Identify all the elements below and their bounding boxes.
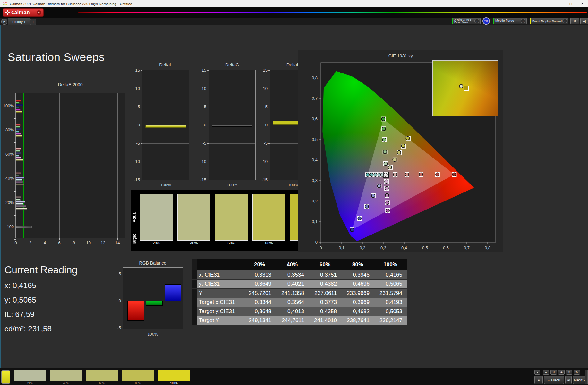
source-selector[interactable]: Mobile Forge ▼: [493, 18, 527, 24]
pattern-color-button[interactable]: [1, 370, 10, 384]
delta-y-tick-label: 15: [258, 68, 268, 73]
delta-y-tick: [207, 162, 209, 162]
meter-dropdown-icon[interactable]: ▼: [474, 19, 479, 23]
cie-measured-point-yellow: [401, 144, 405, 148]
gridline: [59, 93, 60, 238]
gridline: [103, 93, 103, 238]
pattern-thumb-40%[interactable]: [50, 370, 82, 381]
deltae-y-tick: [14, 239, 16, 240]
saturation-patch-label: 20%: [140, 241, 173, 245]
calman-menu-button[interactable]: calman ▼: [3, 8, 44, 17]
table-row-stub: [192, 270, 197, 279]
delta-bar: [145, 125, 186, 128]
calman-dropdown-icon[interactable]: ▼: [37, 10, 41, 15]
pattern-thumb-60%[interactable]: [86, 370, 118, 381]
calman-flower-icon: [5, 10, 10, 15]
history-expand-button[interactable]: ▶: [1, 19, 7, 25]
table-cell: 237,0611: [309, 290, 341, 296]
table-cell: 0,4682: [341, 308, 374, 315]
source-dropdown-icon[interactable]: ▼: [521, 19, 525, 23]
delta-y-tick: [207, 89, 209, 89]
current-reading-x: x: 0,4165: [4, 281, 36, 290]
table-cell: 245,7201: [243, 290, 276, 296]
settings-gear-button[interactable]: ☸: [570, 18, 579, 24]
cie-measured-point-magenta: [385, 187, 388, 190]
source-name: Mobile Forge: [494, 19, 521, 23]
pattern-thumb-20%[interactable]: [14, 370, 46, 381]
table-row-label: Target y:CIE31: [197, 308, 243, 315]
delete-icon[interactable]: ✕: [550, 370, 557, 375]
table-row-label: Y: [197, 290, 243, 296]
camera-icon[interactable]: ◉: [558, 370, 565, 375]
deltae-bar: [16, 181, 23, 183]
display-control-selector[interactable]: Direct Display Control ▼: [530, 18, 568, 24]
delta-y-tick: [141, 125, 142, 125]
cie-measured-point-red: [453, 173, 456, 176]
next-button[interactable]: Next »: [573, 376, 587, 384]
bottom-scrollbar[interactable]: [585, 370, 588, 384]
tab-history-1[interactable]: History 1: [8, 18, 30, 25]
deltac-chart: 151050-5-10-15100%: [209, 70, 256, 180]
meter-selector[interactable]: X-Rite i1Pro 3 Direct View ▼: [452, 18, 481, 24]
table-row-label: y: CIE31: [197, 281, 243, 287]
rgb-balance-bar-blue: [165, 284, 181, 301]
table-cell: 238,7641: [341, 317, 374, 324]
table-cell: 0,3751: [309, 272, 341, 278]
table-cell: 0,3773: [309, 299, 341, 305]
cie-y-tick-label: 0,1: [312, 219, 318, 224]
pattern-thumb-100%[interactable]: [158, 370, 190, 381]
cie-y-tick-label: 0,7: [312, 96, 318, 101]
deltae-bar: [16, 157, 21, 159]
delta-y-tick: [141, 143, 142, 144]
collapse-panel-button[interactable]: ◀: [580, 18, 588, 24]
exposure-badge[interactable]: 707: [482, 17, 490, 25]
deltal-chart: 151050-5-10-15100%: [142, 70, 189, 180]
cie-x-tick-label: 0,5: [422, 245, 428, 250]
stop-measure-button[interactable]: ■: [534, 376, 543, 384]
calman-app-window: Calman 2021 Calman Ultimate for Business…: [0, 0, 588, 385]
delta-y-tick-label: 0: [197, 123, 206, 127]
close-button[interactable]: ✕: [576, 0, 588, 7]
table-cell: 0,3313: [243, 272, 276, 278]
delta-y-tick: [268, 125, 270, 125]
cie-measured-point-magenta: [386, 209, 389, 212]
scroll-up-button[interactable]: ▲: [534, 370, 540, 375]
bottom-pattern-bar: ▲ ■ « Back ▣ Next » 20%40%60%80%100%▲✕◉◎…: [0, 368, 588, 385]
add-tab-button[interactable]: +: [30, 19, 36, 25]
display-control-dropdown-icon[interactable]: ▼: [562, 19, 567, 23]
cie-measured-point-green: [382, 138, 386, 141]
table-row-stub: [192, 307, 197, 316]
cie-measured-point-green: [384, 162, 388, 166]
cie-measured-point-red: [405, 173, 409, 176]
actual-target-patch-strip: Actual Target 20%40%60%80%100%: [131, 190, 325, 251]
minimize-button[interactable]: —: [553, 0, 565, 7]
table-cell: 0,3649: [243, 281, 276, 287]
table-row-target-y: Target Y249,1341244,7611241,4010238,7641…: [192, 316, 407, 325]
table-cell: 0,3969: [341, 299, 374, 305]
cie-x-tick-label: 0,3: [380, 245, 386, 250]
table-cell: 0,4013: [276, 308, 309, 315]
table-row-label: Target Y: [197, 317, 243, 324]
cie-y-tick-label: 0,5: [312, 137, 318, 142]
scroll-up-icon[interactable]: ▲: [543, 370, 549, 375]
eye-icon[interactable]: ◎: [566, 370, 572, 375]
titlebar: Calman 2021 Calman Ultimate for Business…: [0, 0, 588, 7]
pattern-thumb-80%[interactable]: [122, 370, 154, 381]
cie-y-tick-label: 0,4: [312, 158, 318, 162]
back-button[interactable]: « Back: [544, 376, 564, 384]
cie-measured-point-yellow: [397, 150, 401, 154]
deltae-x-tick-label: 8: [69, 240, 78, 245]
left-accent-stripe: [0, 25, 1, 368]
snapshot-button[interactable]: ▣: [565, 376, 572, 384]
gridline: [209, 107, 255, 107]
cie-zoom-inset: [432, 60, 498, 116]
table-row-label: x: CIE31: [197, 272, 243, 278]
deltae-group-label: 40%: [1, 176, 14, 181]
refresh-icon[interactable]: ↻: [574, 370, 580, 375]
table-cell: 0,5053: [374, 308, 407, 315]
delta-y-tick-label: 0: [130, 123, 140, 127]
window-title: Calman 2021 Calman Ultimate for Business…: [10, 2, 132, 6]
cie-white-point-measured: [384, 173, 387, 176]
delta-y-tick-label: 10: [258, 86, 268, 91]
maximize-button[interactable]: □: [565, 0, 576, 7]
